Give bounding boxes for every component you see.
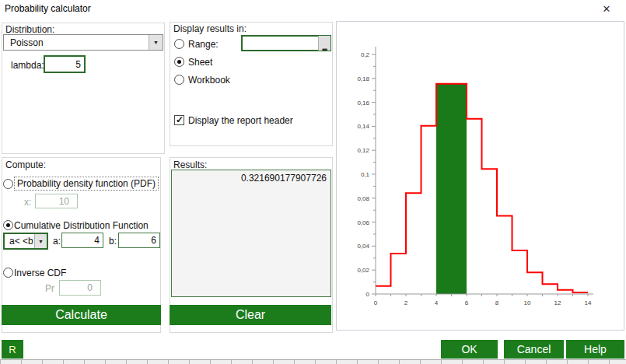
range-radio[interactable] xyxy=(174,39,184,49)
display-results-group-label: Display results in: xyxy=(173,23,247,34)
svg-text:10: 10 xyxy=(524,299,531,306)
chevron-down-icon[interactable]: ▼ xyxy=(149,35,163,50)
svg-text:0,16: 0,16 xyxy=(357,100,369,107)
svg-text:0: 0 xyxy=(366,291,370,298)
svg-text:0,2: 0,2 xyxy=(361,51,370,58)
svg-text:0,04: 0,04 xyxy=(357,243,369,250)
pr-input xyxy=(59,280,101,296)
svg-text:0: 0 xyxy=(374,299,378,306)
pr-label: Pr xyxy=(45,283,54,294)
sheet-edge-strip xyxy=(0,359,626,364)
report-header-checkbox[interactable] xyxy=(174,115,184,125)
chart-panel: 0246810121400,020,040,060,080,10,120,140… xyxy=(336,21,624,331)
svg-text:0,1: 0,1 xyxy=(361,171,370,178)
svg-text:0,12: 0,12 xyxy=(357,147,369,154)
a-input[interactable] xyxy=(61,233,103,248)
sheet-radio-label[interactable]: Sheet xyxy=(188,57,212,68)
cdf-radio[interactable] xyxy=(3,220,13,230)
svg-text:0,18: 0,18 xyxy=(357,75,369,82)
svg-text:0,14: 0,14 xyxy=(357,123,369,130)
workbook-radio[interactable] xyxy=(174,75,184,85)
lambda-label: lambda: xyxy=(11,60,44,71)
results-box[interactable]: 0.321690177907726 xyxy=(171,170,331,297)
svg-text:14: 14 xyxy=(585,299,592,306)
distribution-select[interactable]: Poisson ▼ xyxy=(3,34,163,51)
cancel-button[interactable]: Cancel xyxy=(504,340,564,359)
compute-group-label: Compute: xyxy=(5,159,46,170)
lambda-input[interactable] xyxy=(44,55,86,73)
results-value: 0.321690177907726 xyxy=(241,173,327,184)
help-button[interactable]: Help xyxy=(566,340,624,359)
svg-text:4: 4 xyxy=(435,299,439,306)
svg-text:6: 6 xyxy=(465,299,469,306)
distribution-group-label: Distribution: xyxy=(5,24,54,35)
distribution-select-value: Poisson xyxy=(4,37,44,48)
svg-text:12: 12 xyxy=(554,299,561,306)
x-label: x: xyxy=(24,197,31,208)
workbook-radio-label[interactable]: Workbook xyxy=(188,75,230,86)
svg-text:2: 2 xyxy=(404,299,408,306)
ok-button[interactable]: OK xyxy=(441,340,498,359)
b-label: b: xyxy=(109,236,117,247)
cdf-mode-select[interactable]: a< <b ▼ xyxy=(3,233,48,250)
svg-text:0,06: 0,06 xyxy=(357,219,369,226)
inverse-cdf-radio[interactable] xyxy=(3,268,13,278)
range-radio-label[interactable]: Range: xyxy=(188,39,219,50)
r-button[interactable]: R xyxy=(2,340,23,359)
cdf-mode-value: a< <b xyxy=(5,236,33,247)
clear-button[interactable]: Clear xyxy=(170,305,331,325)
close-icon[interactable]: ✕ xyxy=(597,1,616,16)
calculate-button[interactable]: Calculate xyxy=(2,305,161,325)
sheet-radio[interactable] xyxy=(174,57,184,67)
x-input xyxy=(35,194,78,208)
distribution-chart: 0246810121400,020,040,060,080,10,120,140… xyxy=(337,22,625,331)
svg-text:0,08: 0,08 xyxy=(357,195,369,202)
window-title: Probability calculator xyxy=(5,3,91,14)
probability-calculator-dialog: Probability calculator ✕ Distribution: P… xyxy=(0,0,626,364)
pdf-radio[interactable] xyxy=(3,179,13,189)
range-selector-button[interactable]: ▂ xyxy=(318,36,330,51)
svg-text:8: 8 xyxy=(495,299,499,306)
pdf-radio-label[interactable]: Probability density function (PDF) xyxy=(14,177,159,191)
results-group-label: Results: xyxy=(173,159,207,170)
b-input[interactable] xyxy=(118,233,160,248)
chevron-down-icon[interactable]: ▼ xyxy=(34,234,47,248)
a-label: a: xyxy=(53,236,61,247)
inverse-cdf-label[interactable]: Inverse CDF xyxy=(14,268,66,278)
cdf-radio-label[interactable]: Cumulative Distribution Function xyxy=(14,220,149,231)
report-header-label[interactable]: Display the report header xyxy=(188,115,293,126)
svg-text:0,02: 0,02 xyxy=(357,267,369,274)
